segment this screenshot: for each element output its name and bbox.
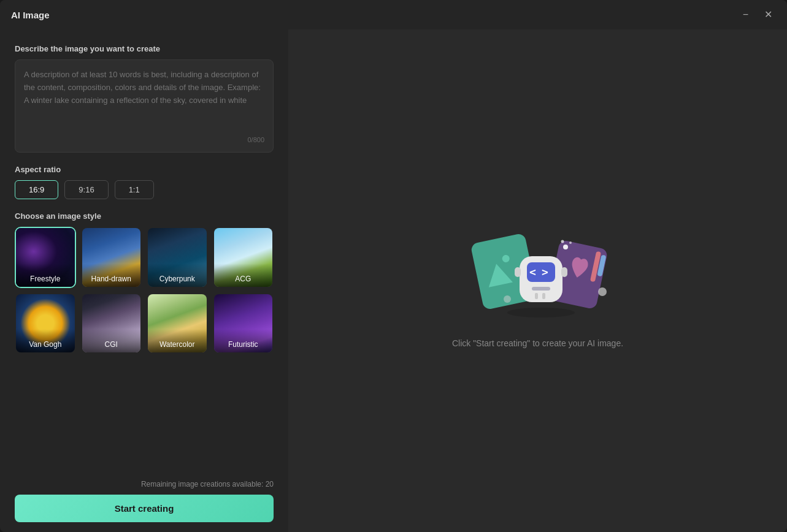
svg-point-4	[563, 245, 568, 249]
style-label-cyberpunk: Cyberpunk	[148, 264, 207, 287]
aspect-btn-16-9[interactable]: 16:9	[15, 180, 58, 199]
style-label-vangogh: Van Gogh	[16, 329, 75, 352]
svg-rect-18	[515, 267, 521, 277]
style-acg[interactable]: ACG	[213, 227, 274, 288]
robot-svg: < >	[458, 213, 618, 324]
svg-rect-15	[532, 287, 550, 291]
bottom-area: Remaining image creations available: 20 …	[15, 470, 274, 522]
describe-section: Describe the image you want to create 0/…	[15, 44, 274, 153]
window-controls: − ✕	[739, 9, 776, 21]
left-panel: Describe the image you want to create 0/…	[0, 29, 288, 532]
aspect-btn-1-1[interactable]: 1:1	[115, 180, 154, 199]
minimize-button[interactable]: −	[739, 9, 752, 21]
style-label-handdrawn: Hand-drawn	[82, 264, 141, 287]
robot-illustration: < >	[458, 213, 618, 324]
style-label-futuristic: Futuristic	[214, 329, 273, 352]
style-watercolor[interactable]: Watercolor	[147, 293, 208, 354]
prompt-textarea[interactable]	[24, 69, 264, 130]
svg-rect-16	[535, 293, 538, 299]
style-label-acg: ACG	[214, 264, 273, 287]
svg-point-20	[507, 308, 575, 317]
close-button[interactable]: ✕	[761, 9, 776, 21]
style-cyberpunk[interactable]: Cyberpunk	[147, 227, 208, 288]
remaining-text: Remaining image creations available: 20	[15, 480, 274, 488]
start-creating-button[interactable]: Start creating	[15, 495, 274, 522]
svg-point-6	[569, 241, 572, 244]
main-window: AI Image − ✕ Describe the image you want…	[0, 0, 787, 532]
svg-point-10	[504, 295, 511, 303]
svg-point-5	[561, 240, 564, 243]
svg-text:<: <	[529, 265, 536, 278]
style-cgi[interactable]: CGI	[81, 293, 142, 354]
style-grid: Freestyle Hand-drawn Cyberpunk ACG	[15, 227, 274, 354]
titlebar: AI Image − ✕	[0, 0, 787, 29]
svg-rect-19	[561, 267, 567, 277]
aspect-ratio-section: Aspect ratio 16:9 9:16 1:1	[15, 165, 274, 199]
svg-rect-17	[542, 293, 545, 299]
aspect-btn-9-16[interactable]: 9:16	[64, 180, 108, 199]
textarea-wrapper: 0/800	[15, 59, 274, 153]
content-area: Describe the image you want to create 0/…	[0, 29, 787, 532]
aspect-buttons: 16:9 9:16 1:1	[15, 180, 274, 199]
style-label-cgi: CGI	[82, 329, 141, 352]
char-count: 0/800	[24, 136, 264, 143]
describe-label: Describe the image you want to create	[15, 44, 274, 53]
style-label-watercolor: Watercolor	[148, 329, 207, 352]
style-label: Choose an image style	[15, 211, 274, 221]
window-title: AI Image	[11, 10, 50, 20]
style-vangogh[interactable]: Van Gogh	[15, 293, 76, 354]
aspect-ratio-label: Aspect ratio	[15, 165, 274, 174]
style-section: Choose an image style Freestyle Hand-dra…	[15, 211, 274, 354]
style-freestyle[interactable]: Freestyle	[15, 227, 76, 288]
svg-text:>: >	[542, 265, 548, 278]
right-placeholder-text: Click "Start creating" to create your AI…	[452, 338, 623, 348]
svg-point-9	[598, 287, 607, 296]
style-handdrawn[interactable]: Hand-drawn	[81, 227, 142, 288]
style-label-freestyle: Freestyle	[16, 264, 75, 287]
right-panel: < > Click "Start creating" to create you…	[288, 29, 787, 532]
style-futuristic[interactable]: Futuristic	[213, 293, 274, 354]
